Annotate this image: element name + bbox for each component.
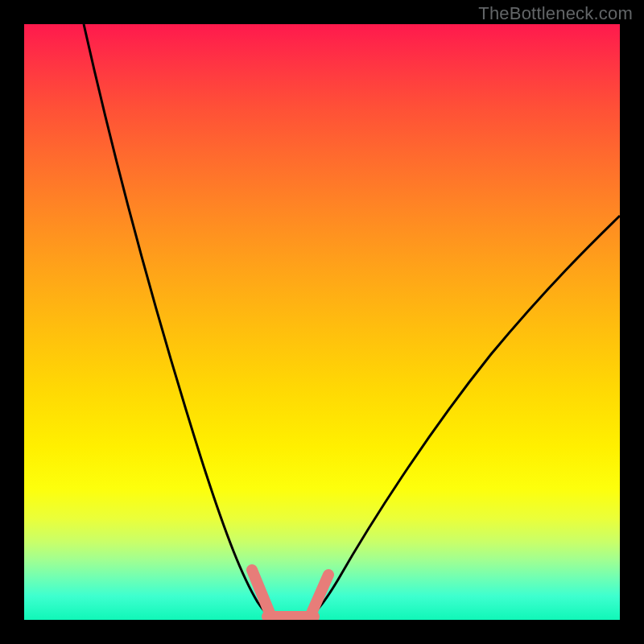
curve-right-branch <box>310 216 620 616</box>
plot-area <box>24 24 620 620</box>
watermark-text: TheBottleneck.com <box>478 3 633 24</box>
chart-frame: TheBottleneck.com <box>0 0 644 644</box>
curve-left-branch <box>84 24 270 616</box>
bottleneck-curve <box>24 24 620 620</box>
marker-right-tip <box>311 575 328 615</box>
